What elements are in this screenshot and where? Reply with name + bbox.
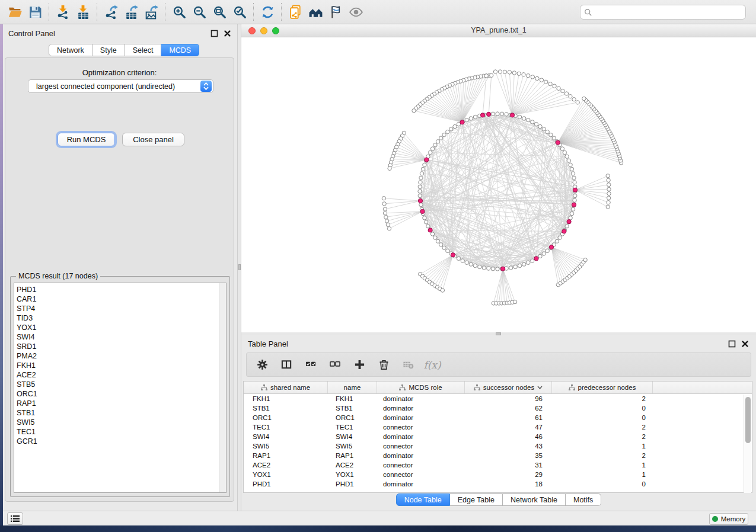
close-panel-icon[interactable] (224, 30, 231, 37)
toolbar-separator (49, 3, 49, 21)
tab-node-table[interactable]: Node Table (396, 493, 450, 506)
mcds-result-item[interactable]: YOX1 (17, 323, 37, 332)
mcds-result-item[interactable]: TEC1 (17, 427, 37, 437)
table-toolbar: f(x) (246, 352, 751, 377)
delete-table-icon (401, 358, 415, 372)
first-neighbors-icon[interactable] (305, 2, 326, 21)
control-panel-tab-bar: NetworkStyleSelectMCDS (49, 44, 199, 56)
column-header-predecessor-nodes[interactable]: predecessor nodes (552, 382, 653, 393)
optimization-criterion-value: largest connected component (undirected) (28, 82, 200, 91)
network-canvas[interactable] (241, 37, 756, 332)
cytoscape-window: Control Panel NetworkStyleSelectMCDS Opt… (0, 0, 756, 532)
search-box[interactable] (580, 5, 746, 20)
search-input[interactable] (592, 7, 745, 18)
export-network-icon[interactable] (101, 2, 121, 21)
optimization-criterion-label: Optimization criterion: (5, 68, 234, 77)
tab-network[interactable]: Network (49, 44, 92, 56)
tab-select[interactable]: Select (125, 44, 162, 56)
sort-desc-icon (537, 386, 543, 389)
tab-style[interactable]: Style (92, 44, 125, 56)
table-settings-icon[interactable] (255, 358, 269, 372)
mcds-result-item[interactable]: CAR1 (17, 294, 37, 304)
select-all-icon[interactable] (304, 358, 318, 372)
tab-network-table[interactable]: Network Table (503, 493, 566, 506)
optimization-criterion-select[interactable]: largest connected component (undirected) (28, 79, 213, 93)
vertical-split-divider[interactable] (237, 24, 241, 511)
table-row[interactable]: RAP1RAP1dominator352 (244, 451, 752, 460)
import-table-icon[interactable] (73, 2, 93, 21)
column-header-MCDS-role[interactable]: MCDS role (377, 382, 465, 393)
table-row[interactable]: ORC1ORC1dominator610 (244, 413, 752, 422)
table-row[interactable]: YOX1YOX1connector291 (244, 470, 752, 479)
mcds-result-list[interactable]: PHD1CAR1STP4TID3YOX1SWI4SRD1PMA2FKH1ACE2… (14, 283, 227, 493)
mcds-result-item[interactable]: SWI4 (17, 332, 37, 342)
open-session-icon[interactable] (5, 2, 25, 21)
import-network-icon[interactable] (53, 2, 73, 21)
table-scrollbar-thumb[interactable] (745, 397, 751, 443)
mcds-result-item[interactable]: ORC1 (17, 389, 37, 399)
mcds-result-item[interactable]: GCR1 (17, 437, 37, 446)
save-session-icon[interactable] (25, 2, 45, 21)
delete-columns-icon[interactable] (377, 358, 391, 372)
table-row[interactable]: STB1STB1dominator620 (244, 403, 752, 413)
table-row[interactable]: ACE2ACE2connector311 (244, 460, 752, 470)
close-panel-button[interactable]: Close panel (122, 133, 184, 146)
column-header-shared-name[interactable]: shared name (244, 382, 328, 393)
add-column-icon[interactable] (352, 358, 366, 372)
control-panel-window-icons (210, 30, 231, 37)
deselect-all-icon[interactable] (328, 358, 342, 372)
tab-edge-table[interactable]: Edge Table (450, 493, 503, 506)
zoom-selected-icon[interactable] (229, 2, 250, 21)
tab-motifs[interactable]: Motifs (566, 493, 601, 506)
mcds-result-item[interactable]: PHD1 (17, 285, 37, 294)
table-row[interactable]: SWI4SWI4dominator462 (244, 432, 752, 441)
toolbar-separator (97, 3, 97, 21)
table-row[interactable]: PHD1PHD1dominator180 (244, 479, 752, 489)
export-image-icon[interactable] (141, 2, 161, 21)
apply-layout-icon[interactable] (257, 2, 277, 21)
flag-icon[interactable] (326, 2, 346, 21)
mcds-list-scrollbar[interactable] (219, 283, 226, 492)
show-hide-details-icon[interactable] (346, 2, 366, 21)
search-icon (584, 8, 592, 17)
close-panel-icon[interactable] (741, 340, 749, 348)
document-network-icon[interactable] (285, 2, 305, 21)
table-row[interactable]: FKH1FKH1dominator962 (244, 394, 752, 403)
export-table-icon[interactable] (121, 2, 141, 21)
table-row[interactable]: SWI5SWI5connector431 (244, 441, 752, 451)
show-columns-icon[interactable] (279, 358, 294, 372)
run-mcds-button[interactable]: Run MCDS (58, 133, 115, 146)
table-tab-bar: Node TableEdge TableNetwork TableMotifs (241, 493, 756, 506)
fx-label: f(x) (423, 359, 441, 371)
float-panel-icon[interactable] (728, 340, 736, 348)
mcds-result-item[interactable]: SWI5 (17, 418, 37, 427)
status-bar: Memory (3, 511, 756, 525)
attribute-icon (474, 384, 480, 391)
mcds-result-item[interactable]: RAP1 (17, 399, 37, 408)
network-view-title: YPA_prune.txt_1 (241, 26, 756, 34)
equation-builder-icon: f(x) (425, 358, 439, 372)
zoom-fit-icon[interactable] (209, 2, 229, 21)
task-history-button[interactable] (7, 512, 23, 525)
tab-mcds[interactable]: MCDS (161, 44, 199, 56)
mcds-result-item[interactable]: ACE2 (17, 370, 37, 380)
divider-grip[interactable] (238, 264, 241, 270)
memory-button[interactable]: Memory (709, 513, 748, 525)
float-panel-icon[interactable] (210, 30, 218, 37)
mcds-result-title: MCDS result (17 nodes) (16, 272, 100, 280)
table-scrollbar[interactable] (744, 395, 751, 493)
column-header-successor-nodes[interactable]: successor nodes (465, 382, 552, 393)
zoom-out-icon[interactable] (189, 2, 209, 21)
mcds-result-item[interactable]: FKH1 (17, 361, 37, 370)
table-panel: Table Panel f(x) shared namenameMCDS rol… (241, 335, 756, 511)
column-header-name[interactable]: name (328, 382, 377, 393)
mcds-result-item[interactable]: PMA2 (17, 351, 37, 361)
network-view-titlebar[interactable]: YPA_prune.txt_1 (241, 24, 756, 37)
mcds-result-item[interactable]: STB5 (17, 380, 37, 389)
mcds-result-item[interactable]: STB1 (17, 408, 37, 418)
table-row[interactable]: TEC1TEC1connector472 (244, 422, 752, 432)
mcds-result-item[interactable]: STP4 (17, 304, 37, 313)
mcds-result-item[interactable]: SRD1 (17, 342, 37, 351)
mcds-result-item[interactable]: TID3 (17, 313, 37, 323)
zoom-in-icon[interactable] (169, 2, 189, 21)
